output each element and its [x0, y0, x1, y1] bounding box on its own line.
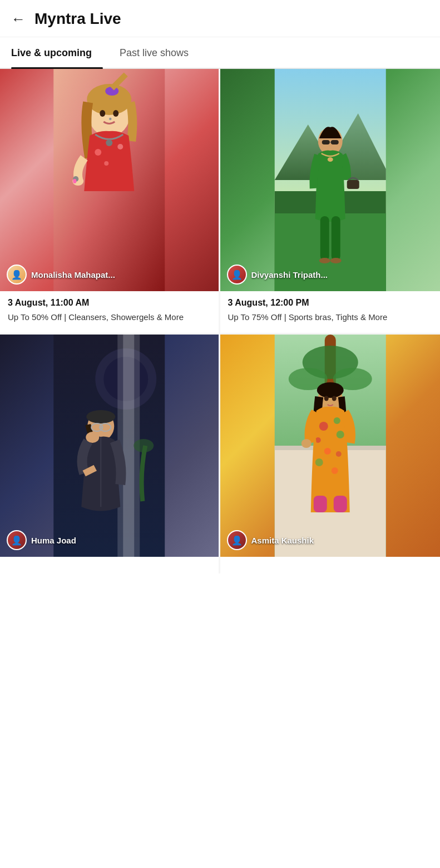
- svg-rect-13: [73, 179, 76, 183]
- svg-point-6: [109, 118, 111, 120]
- show-info-2: 3 August, 12:00 PM Up To 75% Off | Sport…: [220, 291, 441, 333]
- person-illustration-4: [220, 335, 441, 557]
- svg-point-9: [104, 161, 108, 166]
- svg-point-7: [95, 149, 101, 156]
- thumbnail-bg-1: [0, 69, 219, 291]
- svg-rect-61: [313, 496, 327, 512]
- svg-point-55: [315, 437, 320, 443]
- svg-rect-62: [333, 496, 347, 512]
- svg-point-51: [324, 396, 328, 401]
- show-info-4: [220, 557, 441, 573]
- svg-point-41: [134, 439, 154, 452]
- svg-rect-27: [347, 180, 359, 189]
- host-avatar-4: 👤: [227, 530, 247, 550]
- svg-point-40: [86, 432, 99, 443]
- tab-bar: Live & upcoming Past live shows: [0, 37, 440, 69]
- svg-point-53: [319, 422, 328, 431]
- show-card-3[interactable]: 👤 Huma Joad: [0, 335, 220, 573]
- thumbnail-bg-3: [0, 335, 219, 557]
- svg-point-5: [113, 110, 118, 117]
- svg-point-52: [332, 396, 336, 401]
- host-avatar-2: 👤: [227, 265, 247, 285]
- svg-point-50: [317, 382, 343, 398]
- svg-point-25: [319, 258, 330, 263]
- show-card-4[interactable]: 👤 Asmita Kaushik: [220, 335, 441, 573]
- thumbnail-1: 👤 Monalisha Mahapat...: [0, 69, 219, 291]
- host-label-1: 👤 Monalisha Mahapat...: [7, 265, 115, 285]
- show-desc-2: Up To 75% Off | Sports bras, Tights & Mo…: [228, 311, 433, 323]
- person-illustration-1: [0, 69, 219, 291]
- show-info-1: 3 August, 11:00 AM Up To 50% Off | Clean…: [0, 291, 219, 333]
- host-avatar-3: 👤: [7, 530, 27, 550]
- svg-point-56: [336, 431, 344, 438]
- svg-rect-33: [123, 335, 134, 557]
- thumbnail-3: 👤 Huma Joad: [0, 335, 219, 557]
- svg-point-8: [117, 144, 123, 149]
- svg-point-10: [106, 139, 112, 146]
- svg-point-28: [327, 157, 333, 162]
- person-illustration-3: [0, 335, 219, 557]
- host-label-4: 👤 Asmita Kaushik: [227, 530, 314, 550]
- thumbnail-bg-4: [220, 335, 441, 557]
- svg-rect-20: [322, 140, 329, 144]
- svg-point-60: [331, 467, 338, 474]
- host-avatar-1: 👤: [7, 265, 27, 285]
- host-name-1: Monalisha Mahapat...: [31, 270, 115, 280]
- show-card-2[interactable]: 👤 Divyanshi Tripath... 3 August, 12:00 P…: [220, 69, 441, 335]
- svg-point-54: [333, 417, 340, 424]
- header: ← Myntra Live: [0, 0, 440, 37]
- show-time-2: 3 August, 12:00 PM: [228, 298, 433, 308]
- svg-rect-24: [331, 216, 340, 261]
- thumbnail-4: 👤 Asmita Kaushik: [220, 335, 441, 557]
- svg-point-57: [324, 448, 330, 455]
- shows-grid: 👤 Monalisha Mahapat... 3 August, 11:00 A…: [0, 69, 440, 573]
- svg-point-4: [100, 110, 105, 117]
- tab-past-shows[interactable]: Past live shows: [120, 37, 200, 68]
- show-desc-1: Up To 50% Off | Cleansers, Showergels & …: [8, 311, 211, 323]
- svg-point-59: [315, 458, 323, 466]
- host-name-3: Huma Joad: [31, 536, 76, 545]
- svg-rect-23: [320, 216, 329, 261]
- page-title: Myntra Live: [34, 10, 121, 28]
- host-name-2: Divyanshi Tripath...: [251, 270, 328, 280]
- show-card-1[interactable]: 👤 Monalisha Mahapat... 3 August, 11:00 A…: [0, 69, 220, 335]
- tab-live-upcoming[interactable]: Live & upcoming: [11, 37, 103, 68]
- svg-point-58: [335, 451, 341, 457]
- show-info-3: [0, 557, 219, 573]
- svg-point-35: [86, 410, 115, 423]
- thumbnail-bg-2: [220, 69, 441, 291]
- host-name-4: Asmita Kaushik: [251, 536, 314, 545]
- host-label-2: 👤 Divyanshi Tripath...: [227, 265, 328, 285]
- person-illustration-2: [220, 69, 441, 291]
- host-label-3: 👤 Huma Joad: [7, 530, 76, 550]
- svg-point-63: [301, 439, 311, 448]
- svg-point-26: [330, 258, 341, 263]
- thumbnail-2: 👤 Divyanshi Tripath...: [220, 69, 441, 291]
- svg-rect-21: [330, 140, 338, 144]
- grid-layout: 👤 Monalisha Mahapat... 3 August, 11:00 A…: [0, 69, 440, 573]
- show-time-1: 3 August, 11:00 AM: [8, 298, 211, 308]
- back-button[interactable]: ←: [11, 12, 26, 26]
